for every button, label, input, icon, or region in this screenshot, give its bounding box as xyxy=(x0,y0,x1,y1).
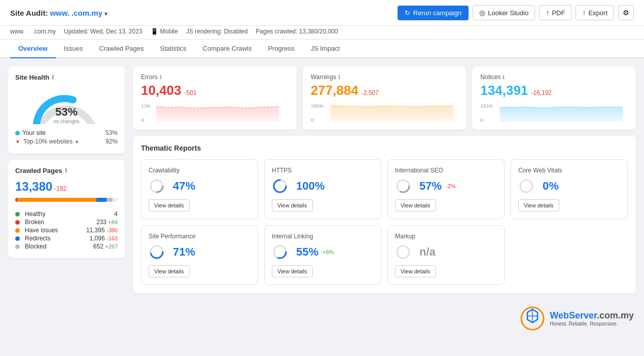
meta-updated: Updated: Wed, Dec 13, 2023 xyxy=(64,28,142,35)
your-site-legend: Your site 53% xyxy=(15,129,118,136)
gear-icon: ⚙ xyxy=(623,9,629,17)
core-web-vitals-view-details[interactable]: View details xyxy=(518,199,559,211)
logo-webserver: WebServer xyxy=(550,310,597,321)
looker-icon: ◎ xyxy=(479,9,485,17)
rerun-campaign-button[interactable]: ↻ Rerun campaign xyxy=(398,6,469,20)
your-site-dot xyxy=(15,131,20,135)
main-content: Site Health ℹ 53% no changes xyxy=(0,58,644,301)
meta-bar: www. .com.my Updated: Wed, Dec 13, 2023 … xyxy=(0,26,644,40)
markup-circle xyxy=(395,244,411,260)
tab-statistics[interactable]: Statistics xyxy=(152,40,195,58)
warnings-chart: 280K 0 xyxy=(311,102,458,123)
warnings-title: Warnings ℹ xyxy=(311,74,458,81)
svg-point-13 xyxy=(520,180,532,192)
logo-text-group: WebServer.com.my Honest. Reliable. Respo… xyxy=(550,310,634,327)
meta-device: 📱 Mobile xyxy=(151,28,178,35)
markup-view-details[interactable]: View details xyxy=(395,265,436,277)
report-crawlability: Crawlability 47% View details xyxy=(141,159,258,219)
top10-row[interactable]: ▼ Top-10% websites ▾ xyxy=(15,138,78,145)
issues-row: Have issues 11,395 -380 xyxy=(15,227,118,234)
warnings-info-icon[interactable]: ℹ xyxy=(338,74,340,81)
svg-text:0: 0 xyxy=(480,118,484,123)
logo-tagline: Honest. Reliable. Responsive. xyxy=(550,321,634,327)
svg-text:0: 0 xyxy=(311,118,314,123)
pdf-icon: ↑ xyxy=(546,9,549,17)
healthy-val: 4 xyxy=(114,210,118,218)
report-international-seo: International SEO 57% -2% View details xyxy=(387,159,505,219)
international-seo-view-details[interactable]: View details xyxy=(395,199,436,211)
gauge-sub: no changes xyxy=(53,119,80,124)
crawlability-label: Crawlability xyxy=(149,167,251,174)
crawlability-view-details[interactable]: View details xyxy=(149,199,190,211)
blocked-row: Blocked 652 +267 xyxy=(15,243,118,250)
notices-title: Notices ℹ xyxy=(480,74,628,81)
gauge-percent: 53% xyxy=(53,105,80,119)
international-seo-label: International SEO xyxy=(395,167,497,174)
internal-linking-delta: +6% xyxy=(323,249,334,255)
pdf-button[interactable]: ↑ PDF xyxy=(539,5,571,20)
redirects-delta: -163 xyxy=(106,235,118,241)
site-audit-title: Site Audit: www. .com.my ▾ xyxy=(10,9,108,17)
chevron-down-icon[interactable]: ▾ xyxy=(76,139,78,145)
top-bar: Site Audit: www. .com.my ▾ ↻ Rerun campa… xyxy=(0,0,644,26)
site-health-info-icon[interactable]: ℹ xyxy=(52,74,54,81)
report-grid-row1: Crawlability 47% View details HTTPS xyxy=(141,159,628,219)
tab-js-impact[interactable]: JS Impact xyxy=(302,40,348,58)
pages-progress-bar xyxy=(15,198,118,202)
tab-compare-crawls[interactable]: Compare Crawls xyxy=(195,40,260,58)
core-web-vitals-pct: 0% xyxy=(543,180,559,193)
report-markup: Markup n/a View details xyxy=(387,225,505,285)
metrics-row: Errors ℹ 10,403 -501 xyxy=(133,66,636,130)
mobile-icon: 📱 xyxy=(151,28,158,35)
tab-crawled-pages[interactable]: Crawled Pages xyxy=(91,40,152,58)
international-seo-pct: 57% xyxy=(419,180,442,193)
notices-info-icon[interactable]: ℹ xyxy=(503,74,505,81)
markup-pct: n/a xyxy=(419,245,436,259)
logo-icon xyxy=(519,305,546,332)
stats-section: Errors ℹ 10,403 -501 xyxy=(133,66,636,293)
meta-www: www. xyxy=(10,28,25,35)
errors-info-icon[interactable]: ℹ xyxy=(160,74,162,81)
site-performance-label: Site Performance xyxy=(149,233,251,240)
issues-val: 11,395 xyxy=(86,227,105,234)
tab-progress[interactable]: Progress xyxy=(260,40,302,58)
warnings-value: 277,884 xyxy=(311,83,359,98)
international-seo-delta: -2% xyxy=(446,183,456,189)
nav-tabs: Overview Issues Crawled Pages Statistics… xyxy=(0,40,644,58)
top10-val: 92% xyxy=(105,138,118,145)
broken-val: 233 xyxy=(96,219,106,226)
internal-linking-label: Internal Linking xyxy=(272,233,374,240)
notices-card: Notices ℹ 134,391 -16,192 xyxy=(472,66,636,130)
report-core-web-vitals: Core Web Vitals 0% View details xyxy=(511,159,628,219)
blocked-delta: +267 xyxy=(105,243,118,250)
broken-dot xyxy=(15,220,20,225)
export-button[interactable]: ↑ Export xyxy=(576,5,614,20)
crawlability-circle xyxy=(149,178,165,194)
looker-studio-button[interactable]: ◎ Looker Studio xyxy=(473,5,535,20)
core-web-vitals-label: Core Web Vitals xyxy=(518,167,620,174)
tab-issues[interactable]: Issues xyxy=(56,40,91,58)
markup-label: Markup xyxy=(395,233,497,240)
svg-text:280K: 280K xyxy=(311,103,324,109)
crawled-count: 13,380 xyxy=(15,180,52,193)
settings-button[interactable]: ⚙ xyxy=(618,5,634,20)
site-url-www: www. xyxy=(50,9,69,17)
tab-overview[interactable]: Overview xyxy=(10,40,56,58)
top10-legend: ▼ Top-10% websites ▾ 92% xyxy=(15,138,118,145)
site-performance-view-details[interactable]: View details xyxy=(149,265,190,277)
internal-linking-view-details[interactable]: View details xyxy=(272,265,313,277)
https-circle xyxy=(272,178,288,194)
crawled-pages-info-icon[interactable]: ℹ xyxy=(65,167,67,174)
https-view-details[interactable]: View details xyxy=(272,199,313,211)
notices-chart: 151K 0 xyxy=(480,102,628,123)
svg-text:0: 0 xyxy=(141,118,145,123)
broken-row: Broken 233 +84 xyxy=(15,219,118,226)
internal-linking-circle xyxy=(272,244,288,260)
blocked-dot xyxy=(15,244,20,249)
domain-dropdown-icon[interactable]: ▾ xyxy=(104,11,108,17)
report-internal-linking: Internal Linking 55% +6% View details xyxy=(264,225,381,285)
notices-delta: -16,192 xyxy=(531,89,552,96)
report-site-performance: Site Performance 71% View details xyxy=(141,225,258,285)
warnings-delta: -2,507 xyxy=(362,89,379,96)
redirects-val: 1,096 xyxy=(90,235,105,242)
